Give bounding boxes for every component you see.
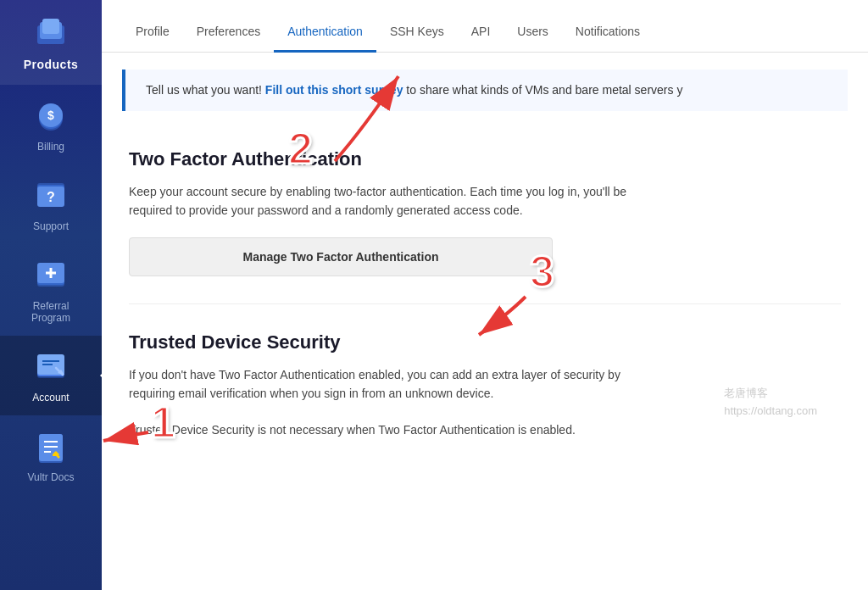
- survey-link[interactable]: Fill out this short survey: [265, 83, 403, 97]
- survey-text2: to share what kinds of VMs and bare meta…: [403, 83, 682, 97]
- support-label: Support: [33, 220, 69, 232]
- section-divider: [129, 303, 841, 304]
- sidebar-item-billing[interactable]: $ Billing: [0, 85, 102, 164]
- survey-banner: Tell us what you want! Fill out this sho…: [122, 70, 848, 111]
- billing-icon: $: [31, 97, 71, 137]
- trusted-device-desc1: If you don't have Two Factor Authenticat…: [129, 365, 637, 404]
- two-factor-title: Two Factor Authentication: [129, 148, 841, 170]
- account-label: Account: [32, 392, 69, 404]
- tabbar: Profile Preferences Authentication SSH K…: [102, 0, 868, 53]
- main-content: Profile Preferences Authentication SSH K…: [102, 0, 868, 590]
- products-label: Products: [24, 58, 79, 71]
- svg-text:$: $: [47, 109, 54, 122]
- sidebar-item-docs[interactable]: Vultr Docs: [0, 415, 102, 495]
- trusted-device-section: Trusted Device Security If you don't hav…: [102, 311, 868, 476]
- content-area: Tell us what you want! Fill out this sho…: [102, 53, 868, 590]
- support-icon: ?: [31, 176, 71, 217]
- docs-icon: [31, 427, 71, 468]
- sidebar: Products $ Billing ? Support: [0, 0, 102, 590]
- docs-label: Vultr Docs: [28, 471, 75, 483]
- svg-rect-2: [42, 19, 59, 34]
- sidebar-item-referral[interactable]: ReferralProgram: [0, 244, 102, 336]
- tab-preferences[interactable]: Preferences: [183, 25, 274, 53]
- referral-icon: [31, 256, 71, 297]
- trusted-device-title: Trusted Device Security: [129, 331, 841, 353]
- trusted-device-desc2: Trusted Device Security is not necessary…: [129, 420, 637, 439]
- tab-ssh-keys[interactable]: SSH Keys: [376, 25, 458, 53]
- tab-notifications[interactable]: Notifications: [562, 25, 654, 53]
- tab-api[interactable]: API: [458, 25, 504, 53]
- two-factor-desc: Keep your account secure by enabling two…: [129, 182, 637, 220]
- sidebar-item-support[interactable]: ? Support: [0, 164, 102, 244]
- referral-label: ReferralProgram: [31, 300, 70, 324]
- products-icon: [31, 14, 71, 54]
- tab-authentication[interactable]: Authentication: [274, 25, 376, 53]
- active-indicator: [100, 367, 108, 384]
- two-factor-section: Two Factor Authentication Keep your acco…: [102, 128, 868, 297]
- manage-2fa-button[interactable]: Manage Two Factor Authentication: [129, 237, 553, 276]
- survey-text: Tell us what you want!: [146, 83, 265, 97]
- sidebar-item-products[interactable]: Products: [0, 0, 102, 85]
- billing-label: Billing: [37, 141, 64, 153]
- account-icon: [31, 348, 71, 388]
- tab-profile[interactable]: Profile: [122, 25, 183, 53]
- svg-text:?: ?: [47, 190, 55, 204]
- sidebar-item-account[interactable]: Account: [0, 336, 102, 415]
- tab-users[interactable]: Users: [504, 25, 562, 53]
